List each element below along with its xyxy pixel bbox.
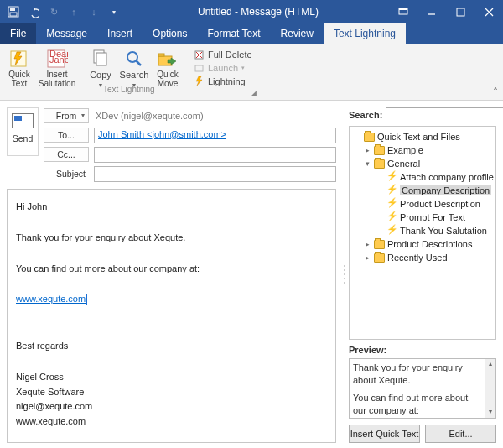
search-label: Search: bbox=[349, 110, 382, 120]
preview-scrollbar[interactable]: ▴▾ bbox=[485, 359, 495, 418]
tree-item-selected[interactable]: Company Description bbox=[351, 184, 494, 197]
svg-rect-14 bbox=[96, 53, 106, 65]
qat-customize-icon[interactable]: ▾ bbox=[106, 3, 122, 20]
send-button[interactable]: Send bbox=[7, 107, 39, 156]
preview-box: Thank you for your enquiry about Xequte.… bbox=[349, 358, 496, 419]
svg-rect-4 bbox=[399, 8, 407, 10]
tab-options[interactable]: Options bbox=[143, 23, 197, 44]
tab-message[interactable]: Message bbox=[36, 23, 97, 44]
lightning-icon bbox=[194, 76, 205, 86]
quick-move-label: Quick Move bbox=[157, 70, 179, 88]
tab-format-text[interactable]: Format Text bbox=[197, 23, 270, 44]
scroll-up-icon[interactable]: ▴ bbox=[489, 360, 492, 369]
tree-item[interactable]: Thank You Salutation bbox=[351, 224, 494, 237]
tree-item[interactable]: Prompt For Text bbox=[351, 211, 494, 224]
tree-node-general[interactable]: ▾General bbox=[351, 157, 494, 170]
cc-field[interactable] bbox=[94, 147, 336, 163]
maximize-icon[interactable] bbox=[446, 0, 474, 23]
insert-salutation-icon: DearJane bbox=[45, 48, 69, 70]
compose-pane: Send From XDev (nigel@xequte.com) To... … bbox=[0, 101, 341, 448]
body-sig1: Nigel Cross bbox=[16, 370, 327, 385]
tab-file[interactable]: File bbox=[0, 23, 36, 44]
window-title: Untitled - Message (HTML) bbox=[127, 6, 389, 18]
search-label: Search bbox=[120, 70, 149, 80]
folder-icon bbox=[374, 146, 385, 155]
quick-text-icon bbox=[8, 48, 31, 70]
tab-review[interactable]: Review bbox=[271, 23, 324, 44]
lightning-label: Lightning bbox=[208, 76, 246, 86]
edit-button[interactable]: Edit... bbox=[425, 425, 496, 443]
copy-label: Copy bbox=[90, 70, 111, 80]
text-caret bbox=[86, 294, 87, 305]
expand-icon[interactable]: ▸ bbox=[363, 253, 371, 262]
tree-node-recently-used[interactable]: ▸Recently Used bbox=[351, 251, 494, 264]
tree-node-root[interactable]: Quick Text and Files bbox=[351, 130, 494, 143]
body-line2: You can find out more about our company … bbox=[16, 262, 327, 277]
tab-insert[interactable]: Insert bbox=[97, 23, 143, 44]
body-sig4: www.xequte.com bbox=[16, 414, 327, 430]
collapse-icon[interactable]: ▾ bbox=[363, 159, 371, 168]
tree-node-product-descriptions[interactable]: ▸Product Descriptions bbox=[351, 237, 494, 251]
quick-text-tree[interactable]: Quick Text and Files ▸Example ▾General A… bbox=[349, 126, 496, 340]
next-icon[interactable]: ↓ bbox=[86, 3, 102, 20]
search-button[interactable]: Search▼ bbox=[118, 46, 150, 89]
ribbon-group-caption: Text Lightning bbox=[103, 85, 155, 94]
quick-text-button[interactable]: Quick Text bbox=[3, 46, 35, 88]
insert-salutation-button[interactable]: DearJane Insert Salutation bbox=[37, 46, 77, 88]
scroll-down-icon[interactable]: ▾ bbox=[489, 408, 492, 417]
svg-line-16 bbox=[136, 60, 141, 65]
cc-button[interactable]: Cc... bbox=[44, 147, 89, 162]
undo-icon[interactable] bbox=[25, 3, 42, 20]
quick-text-label: Quick Text bbox=[8, 70, 30, 88]
ribbon-tabs: File Message Insert Options Format Text … bbox=[0, 23, 503, 44]
svg-rect-22 bbox=[195, 65, 203, 71]
title-bar: ↻ ↑ ↓ ▾ Untitled - Message (HTML) bbox=[0, 0, 503, 23]
workspace: Send From XDev (nigel@xequte.com) To... … bbox=[0, 101, 503, 448]
svg-rect-18 bbox=[158, 54, 164, 56]
body-link[interactable]: www.xequte.com bbox=[16, 294, 86, 304]
lightning-icon bbox=[387, 212, 397, 222]
tree-item[interactable]: Product Description bbox=[351, 197, 494, 211]
collapse-ribbon-icon[interactable]: ˄ bbox=[493, 86, 498, 98]
insert-quick-text-button[interactable]: Insert Quick Text bbox=[349, 425, 420, 443]
lightning-icon bbox=[387, 172, 397, 182]
save-icon[interactable] bbox=[5, 3, 22, 20]
tab-text-lightning[interactable]: Text Lightning bbox=[324, 23, 406, 44]
message-body[interactable]: Hi John Thank you for your enquiry about… bbox=[7, 189, 336, 443]
send-label: Send bbox=[13, 133, 34, 143]
close-icon[interactable] bbox=[474, 0, 503, 23]
redo-icon[interactable]: ↻ bbox=[45, 3, 62, 20]
chevron-down-icon: ▾ bbox=[241, 65, 245, 71]
tree-node-example[interactable]: ▸Example bbox=[351, 143, 494, 157]
folder-icon bbox=[364, 133, 375, 142]
splitter[interactable] bbox=[341, 101, 347, 448]
quick-access-toolbar: ↻ ↑ ↓ ▾ bbox=[0, 3, 127, 20]
lightning-button[interactable]: Lightning bbox=[191, 75, 255, 87]
launch-button[interactable]: Launch ▾ bbox=[191, 61, 255, 74]
full-delete-label: Full Delete bbox=[208, 49, 252, 60]
body-sig2: Xequte Software bbox=[16, 385, 327, 400]
expand-icon[interactable]: ▸ bbox=[363, 146, 371, 154]
search-input[interactable] bbox=[386, 107, 503, 122]
send-icon bbox=[12, 113, 34, 128]
quick-move-button[interactable]: Quick Move bbox=[152, 46, 184, 88]
minimize-icon[interactable] bbox=[417, 0, 446, 23]
tree-item[interactable]: Attach company profile bbox=[351, 170, 494, 184]
folder-icon bbox=[374, 159, 385, 169]
full-delete-button[interactable]: Full Delete bbox=[191, 48, 255, 60]
svg-rect-2 bbox=[10, 13, 17, 16]
full-delete-icon bbox=[194, 49, 205, 60]
body-sig3: nigel@xequte.com bbox=[16, 399, 327, 414]
from-button[interactable]: From bbox=[44, 108, 89, 123]
folder-icon bbox=[374, 253, 385, 263]
dialog-launcher-icon[interactable]: ◢ bbox=[251, 89, 257, 97]
expand-icon[interactable]: ▸ bbox=[363, 240, 371, 248]
subject-label: Subject bbox=[44, 167, 89, 180]
subject-field[interactable] bbox=[94, 166, 336, 182]
copy-button[interactable]: Copy▼ bbox=[85, 46, 117, 89]
to-button[interactable]: To... bbox=[44, 128, 89, 143]
to-field[interactable]: John Smith <john@smith.com> bbox=[94, 128, 336, 143]
svg-text:Jane: Jane bbox=[49, 55, 68, 65]
ribbon-display-icon[interactable] bbox=[389, 0, 417, 23]
previous-icon[interactable]: ↑ bbox=[65, 3, 82, 20]
